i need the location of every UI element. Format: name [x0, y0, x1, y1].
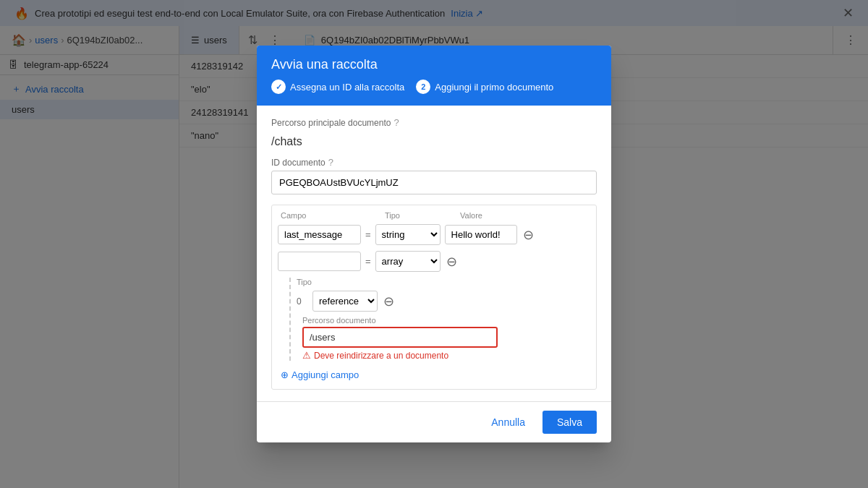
- step1-circle: ✓: [271, 80, 286, 94]
- eq-sign-2: =: [365, 256, 371, 267]
- campo-input-2[interactable]: [278, 252, 361, 271]
- header-tipo: Tipo: [385, 211, 457, 220]
- eq-sign-1: =: [365, 229, 371, 240]
- tipo-select-1[interactable]: string number boolean map array null tim…: [375, 224, 441, 245]
- remove-field-1-button[interactable]: ⊖: [522, 228, 535, 241]
- dialog-title: Avvia una raccolta: [271, 57, 553, 72]
- error-text: Deve reindirizzare a un documento: [314, 351, 448, 361]
- doc-id-label-text: ID documento: [271, 158, 326, 168]
- dialog: Avvia una raccolta ✓ Assegna un ID alla …: [257, 46, 611, 442]
- overlay: Avvia una raccolta ✓ Assegna un ID alla …: [0, 0, 868, 488]
- header-valore: Valore: [460, 211, 547, 220]
- path-label-text: Percorso principale documento: [271, 118, 391, 128]
- error-message: ⚠ Deve reindirizzare a un documento: [302, 350, 590, 361]
- step2-label: Aggiungi il primo documento: [435, 82, 553, 93]
- path-display: /chats: [271, 131, 597, 157]
- path-help-icon[interactable]: ?: [393, 117, 399, 128]
- step1-label: Assegna un ID alla raccolta: [290, 82, 404, 93]
- fields-section: Campo Tipo Valore = string number boolea…: [271, 205, 597, 390]
- dialog-header: Avvia una raccolta ✓ Assegna un ID alla …: [257, 46, 611, 106]
- field-row-2: = string number boolean map array null t…: [278, 251, 590, 272]
- remove-field-2-button[interactable]: ⊖: [445, 255, 459, 268]
- step2-circle: 2: [416, 80, 430, 94]
- nested-array-section: Tipo 0 string number boolean map array n…: [289, 278, 590, 361]
- doc-path-label: Percorso documento: [302, 316, 590, 325]
- dialog-body: Percorso principale documento ? /chats I…: [257, 106, 611, 401]
- step2-number: 2: [421, 82, 425, 91]
- doc-path-input[interactable]: [302, 327, 498, 348]
- dialog-steps: ✓ Assegna un ID alla raccolta 2 Aggiungi…: [271, 80, 553, 94]
- array-index: 0: [297, 296, 308, 307]
- step1-check-icon: ✓: [276, 82, 282, 92]
- save-button[interactable]: Salva: [542, 411, 597, 434]
- header-campo: Campo: [281, 211, 367, 220]
- step-2: 2 Aggiungi il primo documento: [416, 80, 553, 94]
- error-icon: ⚠: [302, 350, 311, 361]
- tipo-select-2[interactable]: string number boolean map array null tim…: [375, 251, 441, 272]
- nested-type-row: Tipo: [297, 278, 590, 286]
- doc-path-section: Percorso documento ⚠ Deve reindirizzare …: [302, 316, 590, 361]
- doc-id-input[interactable]: [271, 171, 597, 194]
- step-1: ✓ Assegna un ID alla raccolta: [271, 80, 404, 94]
- path-field-label: Percorso principale documento ?: [271, 117, 597, 128]
- nested-item-row: 0 string number boolean map array null t…: [297, 291, 590, 312]
- add-field-plus-icon: ⊕: [281, 369, 289, 380]
- doc-id-help-icon[interactable]: ?: [328, 157, 333, 168]
- value-input-1[interactable]: [445, 225, 517, 244]
- field-row-1: = string number boolean map array null t…: [278, 224, 590, 245]
- add-field-button[interactable]: ⊕ Aggiungi campo: [278, 367, 362, 383]
- dialog-footer: Annulla Salva: [257, 401, 611, 442]
- doc-id-field-label: ID documento ?: [271, 157, 597, 168]
- remove-nested-button[interactable]: ⊖: [382, 295, 396, 308]
- tipo-select-nested[interactable]: string number boolean map array null tim…: [312, 291, 378, 312]
- tipo-label-nested: Tipo: [297, 278, 312, 286]
- add-field-label: Aggiungi campo: [292, 369, 359, 380]
- campo-input-1[interactable]: [278, 225, 361, 244]
- fields-header: Campo Tipo Valore: [278, 211, 590, 220]
- cancel-button[interactable]: Annulla: [480, 411, 537, 434]
